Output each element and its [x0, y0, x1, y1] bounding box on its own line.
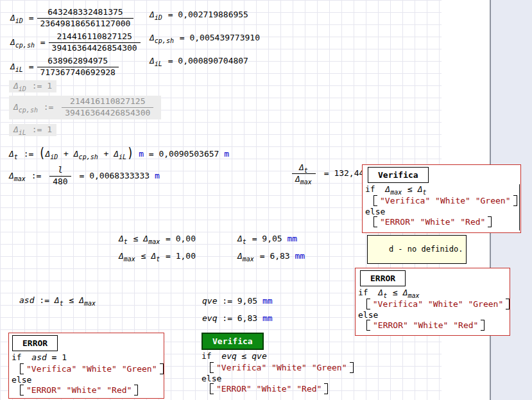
denominator: 480: [49, 176, 71, 187]
region-ineq-t-le-max[interactable]: Δt ≤ Δmax = 0,00: [119, 234, 196, 244]
numerator: 214416110827125: [67, 97, 148, 107]
region-delta-t-value[interactable]: Δt = 9,05 mm: [237, 234, 297, 244]
if-line[interactable]: if Δt ≤ Δmax: [358, 287, 510, 298]
region-delta-cpsh-definition-disabled[interactable]: Δcp,sh := 214416110827125 39416364426854…: [9, 96, 161, 119]
definition-text: asd := Δt ≤ Δmax: [19, 296, 96, 306]
region-delta-iD-result[interactable]: ΔiD = 0,002719886955: [150, 10, 248, 20]
numerator: 638962894975: [44, 57, 111, 67]
then-line[interactable]: "Verifica" "White" "Green": [366, 299, 510, 309]
inequality-text: Δmax ≤ Δt = 1,00: [119, 252, 196, 261]
numerator: 643248332481375: [44, 8, 126, 18]
then-line[interactable]: "Verifica" "White" "Green": [20, 363, 164, 374]
then-values: "Verifica" "White" "Green": [373, 299, 504, 309]
else-line[interactable]: else: [202, 374, 359, 383]
region-delta-iD-exact[interactable]: ΔiD = 643248332481375 236498186561127000: [10, 8, 137, 29]
matrix-bracket-left: [373, 195, 377, 206]
delta-iL-lhs: ΔiL =: [10, 62, 34, 72]
selection-rectangle-mid-right[interactable]: ERROR if Δt ≤ Δmax "Verifica" "White" "G…: [355, 268, 510, 336]
if-line[interactable]: if evq ≤ qve: [202, 351, 359, 361]
then-line[interactable]: "Verifica" "White" "Green": [210, 362, 359, 373]
matrix-bracket-left: [20, 363, 24, 374]
denominator: 39416364426854300: [62, 107, 153, 118]
then-values: "Verifica" "White" "Green": [26, 364, 157, 374]
matrix-bracket-right: [324, 383, 328, 394]
else-values-line[interactable]: "ERROR" "White" "Red": [210, 383, 359, 394]
region-delta-iL-result[interactable]: ΔiL = 0,000890704807: [150, 57, 248, 66]
if-condition: if evq ≤ qve: [202, 351, 267, 361]
region-delta-iD-definition-disabled[interactable]: ΔiD := 1: [9, 80, 56, 92]
fraction: 643248332481375 236498186561127000: [37, 8, 134, 29]
program-header-error[interactable]: ERROR: [12, 335, 58, 351]
definition-rhs: = 0,0068333333 m: [74, 171, 160, 181]
region-delta-iL-exact[interactable]: ΔiL = 638962894975 717367740692928: [10, 57, 122, 78]
else-values-line[interactable]: "ERROR" "White" "Red": [20, 385, 164, 396]
region-ineq-max-le-t[interactable]: Δmax ≤ Δt = 1,00: [119, 252, 196, 261]
delta-iD-lhs: ΔiD =: [10, 13, 34, 23]
denominator: Δmax: [292, 173, 316, 184]
else-keyword: else: [365, 207, 385, 216]
numerator: Δt: [296, 163, 312, 173]
result-text: ΔiD = 0,002719886955: [150, 10, 248, 20]
definition-text: ΔiL := 1: [13, 125, 52, 135]
then-values: "Verifica" "White" "Green": [216, 363, 347, 372]
fraction: 214416110827125 39416364426854300: [49, 32, 141, 53]
program-block-bottom-mid[interactable]: Verifica if evq ≤ qve "Verifica" "White"…: [202, 331, 359, 395]
worksheet-canvas: ΔiD = 643248332481375 236498186561127000…: [0, 0, 532, 400]
definition-lhs: Δmax :=: [9, 171, 46, 181]
else-line[interactable]: else: [365, 207, 520, 216]
matrix-bracket-right: [513, 195, 517, 206]
region-delta-cpsh-exact[interactable]: Δcp,sh = 214416110827125 394163644268543…: [10, 32, 144, 53]
selection-rectangle-top-right[interactable]: Verifica if Δmax ≤ Δt "Verifica" "White"…: [362, 164, 521, 233]
matrix-bracket-left: [210, 383, 214, 394]
if-line[interactable]: if Δmax ≤ Δt: [365, 184, 520, 195]
value-text: Δt = 9,05 mm: [237, 234, 297, 244]
definition-text: Δt := (ΔiD + Δcp,sh + ΔiL) m = 0,0090503…: [9, 147, 229, 160]
program-header-error[interactable]: ERROR: [360, 270, 406, 286]
region-delta-iL-definition-disabled[interactable]: ΔiL := 1: [9, 124, 56, 136]
denominator: 39416364426854300: [49, 42, 141, 53]
definition-text: qve := 9,05 mm: [202, 297, 273, 306]
region-delta-max-value[interactable]: Δmax = 6,83 mm: [237, 252, 305, 261]
program-right-bar: [519, 184, 520, 230]
error-tooltip: d - no definido.: [367, 235, 467, 264]
fraction: 214416110827125 39416364426854300: [62, 97, 153, 118]
matrix-bracket-right: [134, 385, 138, 396]
numerator: l: [55, 166, 66, 176]
else-line[interactable]: else: [358, 310, 510, 319]
region-asd-definition[interactable]: asd := Δt ≤ Δmax: [19, 296, 96, 306]
inequality-text: Δt ≤ Δmax = 0,00: [119, 234, 196, 244]
else-values: "ERROR" "White" "Red": [26, 385, 132, 395]
then-line[interactable]: "Verifica" "White" "Green": [373, 195, 520, 206]
numerator: 214416110827125: [53, 32, 135, 42]
if-line[interactable]: if asd = 1: [12, 352, 164, 363]
matrix-bracket-right: [488, 216, 492, 227]
else-values-line[interactable]: "ERROR" "White" "Red": [366, 320, 510, 331]
region-delta-t-definition[interactable]: Δt := (ΔiD + Δcp,sh + ΔiL) m = 0,0090503…: [9, 147, 229, 160]
fraction: l 480: [49, 166, 71, 187]
else-line[interactable]: else: [12, 375, 164, 384]
selection-rectangle-bottom-left[interactable]: ERROR if asd = 1 "Verifica" "White" "Gre…: [8, 333, 164, 399]
matrix-bracket-right: [160, 363, 164, 374]
program-header-verifica-green[interactable]: Verifica: [202, 333, 264, 350]
region-delta-cpsh-result[interactable]: Δcp,sh = 0,005439773910: [150, 33, 260, 43]
else-keyword: else: [12, 375, 31, 385]
program-header-verifica[interactable]: Verifica: [368, 167, 429, 183]
matrix-bracket-left: [210, 362, 214, 373]
fraction: Δt Δmax: [292, 163, 316, 184]
denominator: 717367740692928: [37, 67, 119, 78]
then-values: "Verifica" "White" "Green": [380, 196, 511, 205]
region-delta-max-definition[interactable]: Δmax := l 480 = 0,0068333333 m: [9, 166, 160, 187]
tooltip-text: d - no definido.: [389, 245, 463, 254]
region-evq-definition[interactable]: evq := 6,83 mm: [202, 314, 273, 324]
definition-text: ΔiD := 1: [13, 82, 52, 91]
if-condition: if Δmax ≤ Δt: [365, 184, 427, 194]
matrix-bracket-right: [506, 299, 510, 309]
region-qve-definition[interactable]: qve := 9,05 mm: [202, 297, 273, 306]
fraction: 638962894975 717367740692928: [37, 57, 119, 78]
denominator: 236498186561127000: [37, 18, 134, 29]
matrix-bracket-left: [20, 385, 24, 396]
matrix-bracket-left: [366, 299, 370, 309]
result-text: ΔiL = 0,000890704807: [150, 57, 248, 66]
else-values: "ERROR" "White" "Red": [373, 320, 478, 330]
else-values-line[interactable]: "ERROR" "White" "Red": [373, 216, 520, 227]
